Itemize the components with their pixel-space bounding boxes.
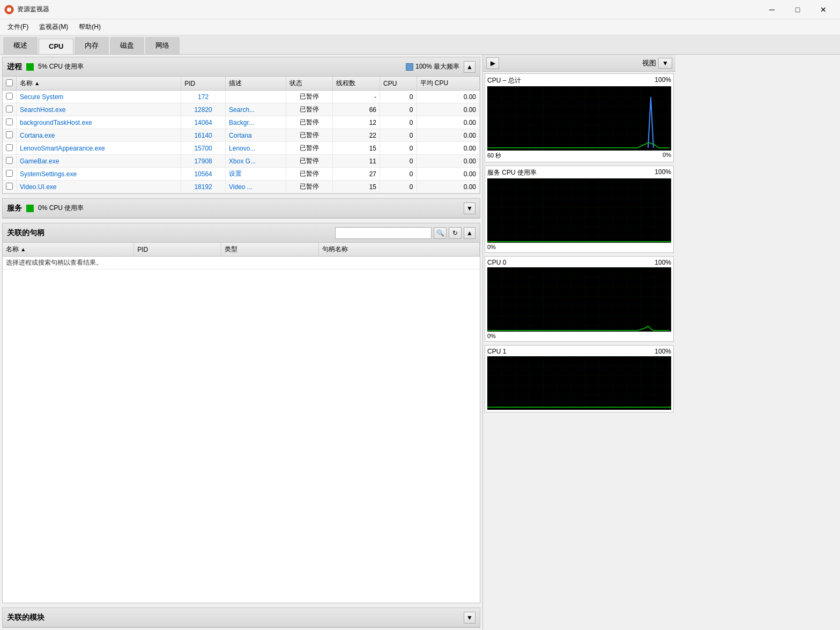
process-avgcpu-0: 0.00 xyxy=(417,91,479,103)
view-label: 视图 xyxy=(642,58,656,68)
processes-title: 进程 xyxy=(7,62,22,72)
dropdown-arrow-icon: ▼ xyxy=(662,59,668,67)
handles-search-input[interactable] xyxy=(335,227,432,239)
handles-section: 关联的句柄 🔍 ↻ ▲ 名称 ▲ PID 类型 句柄名称 xyxy=(2,223,480,603)
main-layout: 进程 5% CPU 使用率 100% 最大频率 ▲ xyxy=(0,55,840,630)
process-threads-4: 15 xyxy=(333,142,380,155)
col-threads[interactable]: 线程数 xyxy=(333,77,380,91)
cpu-total-svg xyxy=(487,86,671,151)
modules-collapse-btn[interactable]: ▼ xyxy=(464,612,475,624)
services-collapse-btn[interactable]: ▼ xyxy=(464,202,475,214)
table-row[interactable]: Secure System 172 已暂停 - 0 0.00 xyxy=(3,91,480,103)
expand-button[interactable]: ▶ xyxy=(486,57,499,69)
cpu1-graph xyxy=(487,356,671,410)
handles-collapse-btn[interactable]: ▲ xyxy=(464,227,475,239)
tab-network[interactable]: 网络 xyxy=(145,37,180,54)
svg-rect-3 xyxy=(487,178,671,243)
col-avg-cpu[interactable]: 平均 CPU xyxy=(417,77,479,91)
menu-help[interactable]: 帮助(H) xyxy=(73,20,106,34)
table-row[interactable]: SystemSettings.exe 10564 设置 已暂停 27 0 0.0… xyxy=(3,168,480,181)
process-avgcpu-6: 0.00 xyxy=(417,168,479,181)
process-threads-0: - xyxy=(333,91,380,103)
process-cpu-2: 0 xyxy=(380,116,417,129)
row-checkbox-1[interactable] xyxy=(6,106,13,112)
table-row[interactable]: Video.UI.exe 18192 Video ... 已暂停 15 0 0.… xyxy=(3,181,480,193)
process-avgcpu-1: 0.00 xyxy=(417,103,479,116)
process-threads-1: 66 xyxy=(333,103,380,116)
handles-col-name[interactable]: 名称 ▲ xyxy=(3,243,134,257)
cpu-total-time: 60 秒 xyxy=(487,152,501,160)
col-cpu[interactable]: CPU xyxy=(380,77,417,91)
process-name-7: Video.UI.exe xyxy=(17,181,181,193)
cpu0-graph-block: CPU 0 100% 0% xyxy=(485,256,674,342)
search-button[interactable]: 🔍 xyxy=(434,227,447,239)
table-row[interactable]: SearchHost.exe 12820 Search... 已暂停 66 0 … xyxy=(3,103,480,116)
col-name[interactable]: 名称 ▲ xyxy=(17,77,181,91)
services-section: 服务 0% CPU 使用率 ▼ xyxy=(2,198,480,219)
process-name-3: Cortana.exe xyxy=(17,129,181,142)
modules-header[interactable]: 关联的模块 ▼ xyxy=(3,608,480,627)
restore-button[interactable]: □ xyxy=(785,2,810,17)
menu-file[interactable]: 文件(F) xyxy=(2,20,34,34)
row-checkbox-7[interactable] xyxy=(6,183,13,190)
select-all-checkbox[interactable] xyxy=(6,79,13,86)
process-threads-5: 11 xyxy=(333,155,380,168)
process-desc-0 xyxy=(226,91,286,103)
handles-col-pid[interactable]: PID xyxy=(134,243,221,257)
cpu0-current: 0% xyxy=(487,333,496,339)
modules-section: 关联的模块 ▼ xyxy=(2,608,480,628)
process-threads-2: 12 xyxy=(333,116,380,129)
process-status-5: 已暂停 xyxy=(286,155,333,168)
svg-point-1 xyxy=(7,8,11,12)
row-checkbox-2[interactable] xyxy=(6,118,13,125)
row-checkbox-5[interactable] xyxy=(6,157,13,164)
table-row[interactable]: backgroundTaskHost.exe 14064 Backgr... 已… xyxy=(3,116,480,129)
col-status[interactable]: 状态 xyxy=(286,77,333,91)
process-status-3: 已暂停 xyxy=(286,129,333,142)
row-checkbox-0[interactable] xyxy=(6,93,13,100)
col-checkbox xyxy=(3,77,17,91)
process-desc-1: Search... xyxy=(226,103,286,116)
col-pid[interactable]: PID xyxy=(181,77,226,91)
processes-collapse-btn[interactable]: ▲ xyxy=(464,61,475,73)
process-avgcpu-5: 0.00 xyxy=(417,155,479,168)
minimize-button[interactable]: ─ xyxy=(760,2,784,17)
row-checkbox-3[interactable] xyxy=(6,131,13,138)
close-button[interactable]: ✕ xyxy=(811,2,836,17)
view-dropdown-btn[interactable]: ▼ xyxy=(658,58,672,69)
refresh-button[interactable]: ↻ xyxy=(449,227,462,239)
table-row[interactable]: GameBar.exe 17908 Xbox G... 已暂停 11 0 0.0… xyxy=(3,155,480,168)
row-checkbox-4[interactable] xyxy=(6,144,13,151)
services-header[interactable]: 服务 0% CPU 使用率 ▼ xyxy=(3,199,480,218)
window-controls: ─ □ ✕ xyxy=(760,2,836,17)
table-row[interactable]: LenovoSmartAppearance.exe 15700 Lenovo..… xyxy=(3,142,480,155)
process-cpu-5: 0 xyxy=(380,155,417,168)
tab-overview[interactable]: 概述 xyxy=(3,37,38,54)
process-avgcpu-3: 0.00 xyxy=(417,129,479,142)
right-panel-header: ▶ 视图 ▼ xyxy=(483,55,675,72)
process-threads-7: 15 xyxy=(333,181,380,193)
service-cpu-current: 0% xyxy=(487,244,496,250)
process-avgcpu-2: 0.00 xyxy=(417,116,479,129)
process-cpu-7: 0 xyxy=(380,181,417,193)
processes-table: 名称 ▲ PID 描述 状态 线程数 CPU 平均 CPU Secure Sys… xyxy=(3,77,480,193)
menu-monitor[interactable]: 监视器(M) xyxy=(34,20,73,34)
cpu1-graph-block: CPU 1 100% xyxy=(485,345,674,412)
table-row[interactable]: Cortana.exe 16140 Cortana 已暂停 22 0 0.00 xyxy=(3,129,480,142)
process-cpu-4: 0 xyxy=(380,142,417,155)
tab-cpu[interactable]: CPU xyxy=(39,39,73,54)
process-status-0: 已暂停 xyxy=(286,91,333,103)
cpu0-max: 100% xyxy=(655,259,671,266)
row-checkbox-6[interactable] xyxy=(6,170,13,177)
cpu-total-graph xyxy=(487,86,671,151)
handles-col-type[interactable]: 类型 xyxy=(221,243,318,257)
menu-bar: 文件(F) 监视器(M) 帮助(H) xyxy=(0,19,840,35)
right-panel: ▶ 视图 ▼ CPU – 总计 100% xyxy=(482,55,675,630)
service-cpu-graph xyxy=(487,178,671,243)
process-pid-5: 17908 xyxy=(181,155,226,168)
col-desc[interactable]: 描述 xyxy=(226,77,286,91)
tab-disk[interactable]: 磁盘 xyxy=(110,37,144,54)
processes-header[interactable]: 进程 5% CPU 使用率 100% 最大频率 ▲ xyxy=(3,57,480,77)
tab-memory[interactable]: 内存 xyxy=(75,37,109,54)
handles-col-handle-name[interactable]: 句柄名称 xyxy=(318,243,479,257)
